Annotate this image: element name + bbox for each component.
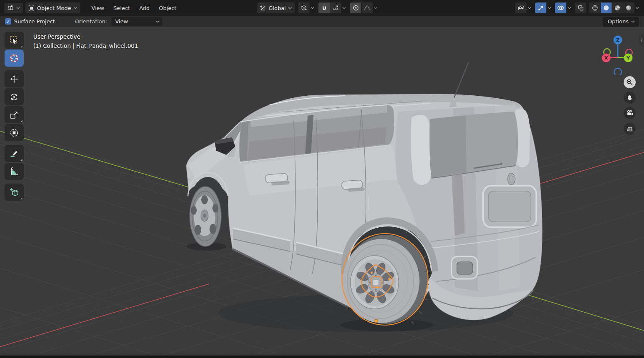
snapping-group — [318, 2, 347, 13]
mode-selector[interactable]: Object Mode — [25, 2, 80, 13]
chevron-down-icon — [341, 2, 347, 13]
3d-viewport-editor-icon — [7, 5, 14, 11]
annotate-icon — [9, 149, 19, 159]
rendered-sphere-icon — [625, 5, 632, 11]
check-icon: ✓ — [6, 19, 10, 25]
subtool-corner — [20, 120, 22, 122]
axis-gizmo: Z X Y — [595, 29, 637, 75]
3d-viewport[interactable]: User Perspective (1) Collection | Fiat_P… — [0, 27, 644, 358]
sidebar-toggle[interactable]: ‹ — [639, 35, 644, 45]
solid-sphere-icon — [603, 5, 609, 11]
object-visibility-icon — [515, 2, 526, 13]
shading-wireframe-button[interactable] — [589, 2, 600, 13]
shading-material-button[interactable] — [612, 2, 623, 13]
shading-solid-button[interactable] — [600, 2, 612, 13]
tool-measure[interactable] — [5, 163, 24, 180]
front-wheel — [190, 186, 221, 246]
camera-view-button[interactable] — [624, 107, 636, 119]
subtool-corner — [20, 197, 22, 199]
mode-label: Object Mode — [37, 5, 71, 11]
viewport-scene — [0, 27, 644, 358]
navigation-gizmo[interactable]: Z X Y — [595, 29, 637, 76]
object-origin-dot — [375, 319, 378, 323]
fiat-badge — [508, 173, 515, 185]
show-overlays-toggle[interactable] — [555, 2, 566, 13]
tool-settings-bar: ✓ Surface Project Orientation: View Opti… — [0, 16, 644, 27]
tool-shelf — [5, 32, 24, 201]
menu-view[interactable]: View — [88, 3, 108, 13]
orientation-field-label: Orientation: — [75, 18, 107, 25]
blender-window: Object Mode View Select Add Object Globa… — [0, 0, 644, 358]
axis-neg-z-handle[interactable] — [614, 68, 622, 75]
zoom-button[interactable] — [624, 76, 636, 88]
editor-type-selector[interactable] — [4, 3, 23, 13]
window-edge — [0, 356, 644, 358]
tool-cursor[interactable] — [5, 50, 24, 67]
chevron-down-icon — [631, 20, 635, 23]
gizmo-arrow-icon — [538, 5, 544, 11]
active-object-label: (1) Collection | Fiat_Panda_wheel.001 — [33, 41, 138, 50]
menu-bar: View Select Add Object — [88, 3, 180, 13]
gizmos-group — [535, 2, 552, 13]
menu-add[interactable]: Add — [136, 3, 153, 13]
options-button[interactable]: Options — [603, 17, 639, 27]
orthographic-grid-icon — [626, 126, 634, 132]
tool-annotate[interactable] — [5, 145, 24, 162]
tool-move[interactable] — [5, 70, 24, 87]
pivot-point-dropdown[interactable] — [298, 2, 315, 13]
camera-icon — [626, 109, 634, 117]
snap-with-dropdown[interactable] — [330, 2, 341, 13]
perspective-toggle-button[interactable] — [624, 123, 636, 135]
proportional-editing-toggle[interactable] — [350, 2, 361, 13]
rear-pillar-left — [411, 115, 431, 185]
antenna — [454, 62, 469, 98]
shading-rendered-button[interactable] — [623, 2, 634, 13]
menu-select[interactable]: Select — [110, 3, 134, 13]
tool-orientation-dropdown[interactable]: View — [111, 17, 162, 26]
select-box-icon — [9, 35, 19, 45]
visibility-dropdown[interactable] — [515, 2, 532, 13]
xray-icon — [575, 2, 586, 13]
pan-button[interactable] — [624, 92, 636, 104]
chevron-down-icon — [309, 2, 315, 13]
tool-select-box[interactable] — [5, 32, 24, 49]
chevron-down-icon — [288, 7, 292, 9]
add-cube-icon — [9, 187, 20, 198]
hand-icon — [626, 94, 633, 101]
surface-project-checkbox[interactable]: ✓ — [5, 18, 11, 25]
chevron-down-icon — [373, 2, 378, 13]
hub-center — [373, 280, 379, 286]
viewport-header: Object Mode View Select Add Object Globa… — [0, 0, 644, 16]
surface-project-label: Surface Project — [14, 18, 55, 25]
xray-toggle[interactable] — [575, 2, 586, 13]
chevron-down-icon — [566, 2, 572, 13]
tool-transform[interactable] — [5, 124, 24, 141]
tool-add-cube[interactable] — [5, 184, 24, 201]
3d-cursor-icon — [9, 53, 20, 64]
proportional-falloff-dropdown[interactable] — [361, 2, 373, 13]
tool-scale[interactable] — [5, 106, 24, 123]
material-sphere-icon — [614, 5, 621, 11]
wiper-pivot — [500, 162, 502, 164]
pivot-point-icon — [298, 2, 309, 13]
orientation-axes-icon — [260, 5, 266, 11]
transform-orientation-dropdown[interactable]: Global — [257, 2, 295, 13]
view-perspective-label: User Perspective — [33, 32, 138, 41]
axis-z-label: Z — [616, 37, 619, 43]
tool-orientation-value: View — [115, 18, 128, 25]
chevron-down-icon — [526, 2, 532, 13]
snap-toggle-button[interactable] — [318, 2, 330, 13]
tailgate-recess-inner — [489, 191, 531, 222]
axis-x-label: X — [605, 55, 608, 61]
tool-rotate[interactable] — [5, 88, 24, 105]
overlays-icon — [557, 5, 564, 11]
transform-icon — [9, 128, 19, 138]
rotate-icon — [9, 92, 19, 102]
show-gizmo-toggle[interactable] — [535, 2, 546, 13]
orientation-label: Global — [269, 5, 286, 11]
chevron-down-icon — [156, 20, 160, 23]
object-mode-icon — [28, 5, 35, 11]
menu-object[interactable]: Object — [155, 3, 180, 13]
zoom-icon — [626, 79, 633, 86]
x-axis-line — [539, 152, 644, 184]
